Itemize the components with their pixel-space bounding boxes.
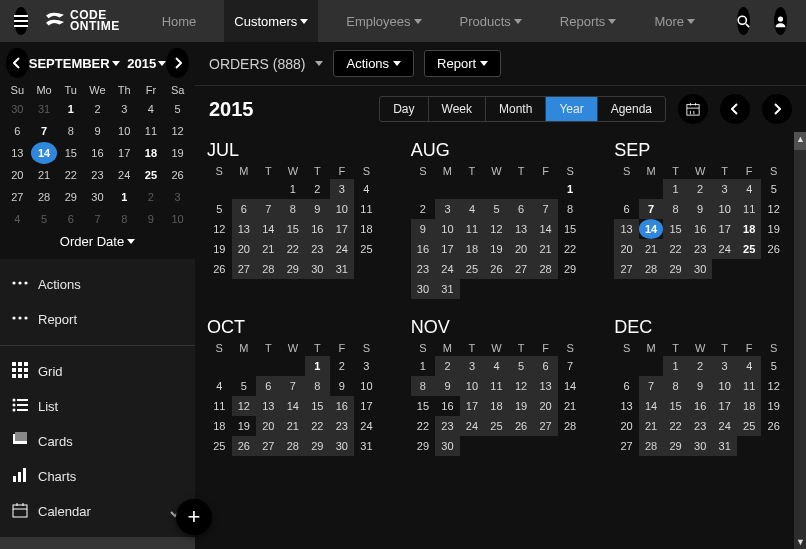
day[interactable]: 21	[533, 239, 558, 259]
day[interactable]: 19	[484, 239, 509, 259]
day[interactable]: 11	[737, 199, 762, 219]
day[interactable]: 8	[663, 199, 688, 219]
day[interactable]: 12	[232, 396, 257, 416]
day[interactable]: 10	[712, 199, 737, 219]
day[interactable]: 1	[663, 356, 688, 376]
day[interactable]: 25	[354, 239, 379, 259]
day[interactable]: 4	[737, 179, 762, 199]
sidebar-item-report[interactable]: Report	[0, 302, 195, 337]
nav-item-employees[interactable]: Employees	[336, 0, 431, 42]
day[interactable]: 30	[330, 436, 355, 456]
calendar-day[interactable]: 11	[138, 120, 165, 142]
next-year-button[interactable]	[762, 94, 792, 124]
day[interactable]: 16	[305, 219, 330, 239]
day[interactable]: 29	[663, 259, 688, 279]
day[interactable]: 23	[411, 259, 436, 279]
day[interactable]: 8	[281, 199, 306, 219]
calendar-day[interactable]: 8	[57, 120, 84, 142]
day[interactable]: 28	[558, 416, 583, 436]
day[interactable]: 12	[484, 219, 509, 239]
day[interactable]: 27	[614, 259, 639, 279]
day[interactable]: 20	[256, 416, 281, 436]
day[interactable]: 26	[484, 259, 509, 279]
day[interactable]: 3	[354, 356, 379, 376]
calendar-day[interactable]: 10	[111, 120, 138, 142]
day[interactable]: 23	[688, 239, 713, 259]
day[interactable]: 20	[614, 416, 639, 436]
day[interactable]: 1	[558, 179, 583, 199]
day[interactable]: 19	[761, 219, 786, 239]
day[interactable]: 4	[484, 356, 509, 376]
calendar-day[interactable]: 9	[138, 208, 165, 230]
calendar-day[interactable]: 5	[31, 208, 58, 230]
nav-item-home[interactable]: Home	[152, 0, 207, 42]
day[interactable]: 4	[207, 376, 232, 396]
calendar-day[interactable]: 21	[31, 164, 58, 186]
day[interactable]: 22	[558, 239, 583, 259]
day[interactable]: 3	[460, 356, 485, 376]
day[interactable]: 28	[281, 436, 306, 456]
day[interactable]: 10	[460, 376, 485, 396]
day[interactable]: 19	[509, 396, 534, 416]
day[interactable]: 9	[411, 219, 436, 239]
day[interactable]: 22	[281, 239, 306, 259]
calendar-day[interactable]: 7	[31, 120, 58, 142]
day[interactable]: 22	[663, 416, 688, 436]
nav-item-more[interactable]: More	[644, 0, 705, 42]
day[interactable]: 21	[281, 416, 306, 436]
day[interactable]: 20	[232, 239, 257, 259]
day[interactable]: 1	[281, 179, 306, 199]
day[interactable]: 9	[305, 199, 330, 219]
calendar-day[interactable]: 3	[164, 186, 191, 208]
day[interactable]: 9	[688, 199, 713, 219]
day[interactable]: 22	[411, 416, 436, 436]
calendar-day[interactable]: 31	[31, 98, 58, 120]
day[interactable]: 10	[712, 376, 737, 396]
day[interactable]: 18	[207, 416, 232, 436]
day[interactable]: 8	[663, 376, 688, 396]
day[interactable]: 2	[305, 179, 330, 199]
day[interactable]: 21	[639, 239, 664, 259]
day[interactable]: 30	[688, 436, 713, 456]
day[interactable]: 14	[558, 376, 583, 396]
day[interactable]: 25	[737, 239, 762, 259]
day[interactable]: 7	[256, 199, 281, 219]
day[interactable]: 4	[354, 179, 379, 199]
user-button[interactable]	[774, 7, 787, 35]
calendar-day[interactable]: 27	[4, 186, 31, 208]
day[interactable]: 20	[614, 239, 639, 259]
sidebar-item-calendar[interactable]: Calendar	[0, 494, 195, 529]
day[interactable]: 24	[354, 416, 379, 436]
day[interactable]: 26	[761, 416, 786, 436]
day[interactable]: 5	[761, 179, 786, 199]
calendar-day[interactable]: 30	[84, 186, 111, 208]
day[interactable]: 15	[663, 219, 688, 239]
day[interactable]: 28	[533, 259, 558, 279]
day[interactable]: 10	[330, 199, 355, 219]
day[interactable]: 31	[712, 436, 737, 456]
sidebar-item-charts[interactable]: Charts	[0, 459, 195, 494]
day[interactable]: 29	[411, 436, 436, 456]
day[interactable]: 17	[354, 396, 379, 416]
day[interactable]: 13	[614, 219, 639, 239]
calendar-day[interactable]: 30	[4, 98, 31, 120]
day[interactable]: 14	[639, 219, 664, 239]
day[interactable]: 16	[330, 396, 355, 416]
prev-year-button[interactable]	[720, 94, 750, 124]
view-year[interactable]: Year	[546, 97, 597, 121]
day[interactable]: 20	[533, 396, 558, 416]
day[interactable]: 24	[435, 259, 460, 279]
day[interactable]: 30	[435, 436, 460, 456]
day[interactable]: 24	[460, 416, 485, 436]
today-button[interactable]	[678, 94, 708, 124]
day[interactable]: 22	[663, 239, 688, 259]
day[interactable]: 10	[354, 376, 379, 396]
day[interactable]: 11	[354, 199, 379, 219]
calendar-day[interactable]: 10	[164, 208, 191, 230]
day[interactable]: 21	[558, 396, 583, 416]
calendar-day[interactable]: 1	[57, 98, 84, 120]
day[interactable]: 7	[281, 376, 306, 396]
day[interactable]: 11	[460, 219, 485, 239]
day[interactable]: 19	[207, 239, 232, 259]
day[interactable]: 7	[533, 199, 558, 219]
